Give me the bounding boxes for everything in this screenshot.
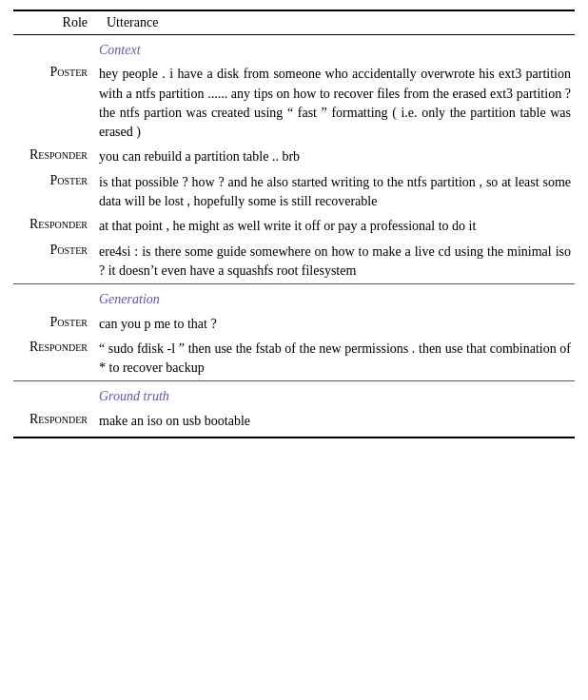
table-row: Posterere4si : is there some guide somew… (13, 240, 575, 284)
section-header-ground-truth: Ground truth (13, 381, 575, 409)
utterance-column-header: Utterance (99, 10, 575, 35)
utterance-cell-context-1: you can rebuild a partition table .. brb (99, 145, 575, 169)
utterance-cell-generation-0: can you p me to that ? (99, 312, 575, 337)
utterance-cell-context-0: hey people . i have a disk from someone … (99, 62, 575, 145)
utterance-cell-context-2: is that possible ? how ? and he also sta… (99, 170, 575, 215)
section-label-context: Context (99, 35, 575, 63)
table-row: Posterhey people . i have a disk from so… (13, 62, 575, 145)
section-label-text-context: Context (99, 43, 141, 57)
section-header-context: Context (13, 35, 575, 63)
role-cell-ground-truth-0: Responder (13, 409, 99, 438)
section-header-role-empty-ground-truth (13, 381, 99, 409)
table-row: Responderat that point , he might as wel… (13, 214, 575, 239)
role-cell-context-4: Poster (13, 240, 99, 284)
section-header-role-empty-generation (13, 284, 99, 312)
section-label-text-ground-truth: Ground truth (99, 389, 169, 403)
role-cell-generation-0: Poster (13, 312, 99, 337)
table-row: Postercan you p me to that ? (13, 312, 575, 337)
section-header-role-empty-context (13, 35, 99, 63)
role-cell-context-0: Poster (13, 62, 99, 145)
utterance-cell-context-4: ere4si : is there some guide somewhere o… (99, 240, 575, 284)
utterance-cell-generation-1: “ sudo fdisk -l ” then use the fstab of … (99, 337, 575, 381)
table-row: Posteris that possible ? how ? and he al… (13, 170, 575, 215)
role-cell-context-3: Responder (13, 214, 99, 239)
table-row: Respondermake an iso on usb bootable (13, 409, 575, 438)
table-header-row: Role Utterance (13, 10, 575, 35)
role-column-header: Role (13, 10, 99, 35)
table-row: Responder“ sudo fdisk -l ” then use the … (13, 337, 575, 381)
section-label-generation: Generation (99, 284, 575, 312)
utterance-cell-context-3: at that point , he might as well write i… (99, 214, 575, 239)
role-cell-generation-1: Responder (13, 337, 99, 381)
section-header-generation: Generation (13, 284, 575, 312)
utterance-cell-ground-truth-0: make an iso on usb bootable (99, 409, 575, 438)
main-table-container: Role Utterance ContextPosterhey people .… (13, 10, 575, 438)
role-cell-context-2: Poster (13, 170, 99, 215)
conversation-table: Role Utterance ContextPosterhey people .… (13, 10, 575, 438)
table-row: Responderyou can rebuild a partition tab… (13, 145, 575, 169)
section-label-ground-truth: Ground truth (99, 381, 575, 409)
role-cell-context-1: Responder (13, 145, 99, 169)
section-label-text-generation: Generation (99, 292, 160, 306)
